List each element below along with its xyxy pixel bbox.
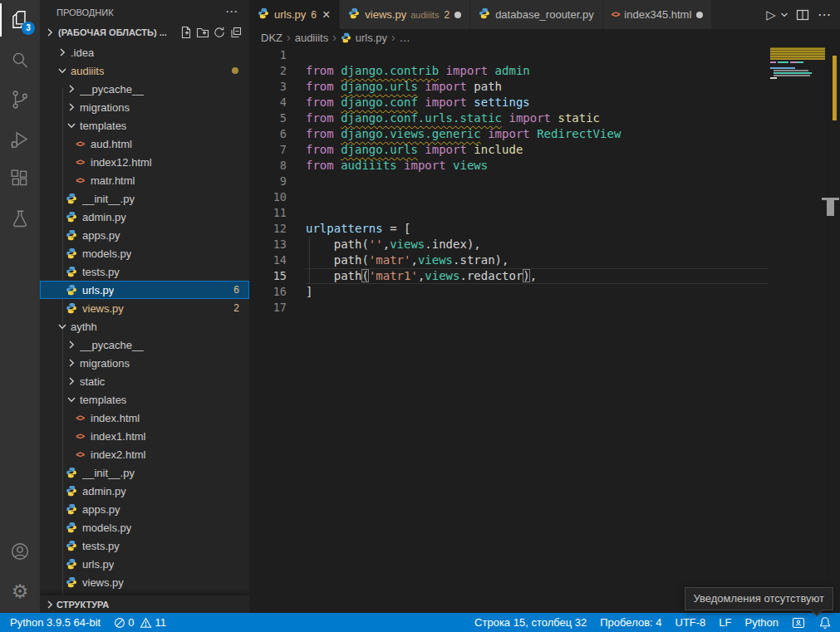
tab-problems-badge: 2 [444,9,449,21]
tab-urls-py[interactable]: urls.py 6 × [249,0,340,29]
warnings-count: 11 [155,616,166,629]
tree-item-folder-migrations[interactable]: migrations [40,98,249,116]
tree-item-folder-idea[interactable]: .idea [40,43,249,61]
tab-index345-html[interactable]: <> index345.html [603,0,713,29]
collapse-all-icon[interactable] [228,24,244,41]
tree-item-folder-migrations[interactable]: migrations [40,354,249,372]
feedback-icon[interactable] [785,613,812,632]
html-file-icon: <> [73,158,86,167]
split-editor-icon[interactable] [793,4,812,26]
minimap[interactable] [770,47,825,100]
breadcrumb-separator: › [287,31,291,44]
scrollbar-thumb[interactable] [827,200,834,216]
html-file-icon: <> [73,176,86,185]
tree-item-file-models-py[interactable]: models.py [40,518,249,536]
eol-status[interactable]: LF [712,613,738,632]
code-line: urlpatterns = [ [306,221,769,237]
encoding-status[interactable]: UTF-8 [669,613,713,632]
code-line: from django.urls import path [306,79,769,95]
run-debug-icon[interactable] [0,120,40,159]
tree-item-file-matr-html[interactable]: <> matr.html [40,171,249,189]
chevron-icon [65,100,78,114]
python-interpreter-status[interactable]: Python 3.9.5 64-bit [3,613,107,632]
breadcrumb-item[interactable]: DKZ [261,32,282,44]
overview-ruler-warning-marker [833,56,837,120]
new-file-icon[interactable] [178,24,194,41]
unsaved-dot-icon[interactable] [696,12,703,18]
python-file-icon [348,7,360,22]
outline-label: СТРУКТУРА [56,600,109,610]
tree-item-file-index1-html[interactable]: <> index1.html [40,427,249,445]
editor-group: urls.py 6 × views.py audiiits 2 database… [249,0,840,613]
python-file-icon [65,576,78,588]
tree-item-file-apps-py[interactable]: apps.py [40,500,249,518]
refresh-icon[interactable] [211,24,228,41]
language-mode-status[interactable]: Python [739,613,785,632]
workspace-label: (РАБОЧАЯ ОБЛАСТЬ) ... [58,27,167,37]
tree-item-file-models-py[interactable]: models.py [40,244,249,262]
more-actions-icon[interactable]: ⋯ [815,4,833,26]
workspace-section-header[interactable]: (РАБОЧАЯ ОБЛАСТЬ) ... [40,23,249,42]
chevron-icon [56,46,69,59]
tree-item-file-tests-py[interactable]: tests.py [40,262,249,281]
tree-item-file-index12-html[interactable]: <> index12.html [40,153,249,171]
tree-item-folder-static[interactable]: static [40,372,249,390]
tree-item-file-index-html[interactable]: <> index.html [40,409,249,427]
breadcrumb-item[interactable]: audiiits [295,32,328,44]
tree-item-folder-audiiits[interactable]: audiiits [40,61,249,80]
chevron-icon [56,64,69,77]
breadcrumb-item[interactable]: urls.py [356,32,387,44]
activity-bar: 3 ⚙ [0,0,40,613]
chevron-icon [65,119,78,132]
code-line [306,47,769,63]
code-lines: from django.contrib import admin from dj… [306,47,769,316]
code-editor[interactable]: 12 34 56 78 910 1112 1314 1516 17 from d… [249,46,840,613]
file-tree: DKZ .idea audiiits __pycache__ migration… [40,33,249,600]
tree-item-file-admin-py[interactable]: admin.py [40,482,249,500]
python-file-icon [65,229,78,241]
tree-item-file-init-py[interactable]: __init__.py [40,189,249,208]
minimap-warning-block [770,47,825,60]
indentation-status[interactable]: Пробелов: 4 [593,613,668,632]
overview-ruler[interactable] [828,46,840,613]
code-line [306,189,769,205]
warnings-icon [140,617,152,629]
tab-views-py[interactable]: views.py audiiits 2 [340,0,470,29]
tree-item-folder-pycache[interactable]: __pycache__ [40,336,249,354]
tab-database-roouter-py[interactable]: database_roouter.py [470,0,603,29]
unsaved-dot-icon[interactable] [454,12,461,18]
account-icon[interactable] [0,532,40,571]
source-control-icon[interactable] [0,80,40,120]
tree-item-file-admin-py[interactable]: admin.py [40,208,249,226]
python-file-icon [65,503,78,515]
python-file-icon [65,485,78,497]
tree-item-folder-aythh[interactable]: aythh [40,317,249,336]
testing-icon[interactable] [0,199,40,239]
settings-gear-icon[interactable]: ⚙ [0,571,40,611]
search-icon[interactable] [0,40,40,80]
explorer-icon[interactable]: 3 [0,0,40,40]
tree-item-file-views-py[interactable]: views.py 2 [40,299,249,317]
tree-item-folder-templates[interactable]: templates [40,390,249,409]
tree-item-file-urls-py[interactable]: urls.py [40,555,249,573]
tree-item-folder-pycache[interactable]: __pycache__ [40,80,249,98]
extensions-icon[interactable] [0,159,40,199]
tree-item-file-apps-py[interactable]: apps.py [40,226,249,244]
new-folder-icon[interactable] [194,24,211,41]
outline-section-header[interactable]: СТРУКТУРА [40,595,249,613]
close-icon[interactable]: × [322,9,331,21]
code-line: path('',views.index), [306,237,769,252]
tree-item-file-tests-py[interactable]: tests.py [40,536,249,555]
run-python-file-icon[interactable]: ▷ [762,4,780,26]
explorer-more-actions-icon[interactable]: ⋯ [220,7,243,23]
cursor-position-status[interactable]: Строка 15, столбец 32 [468,613,593,632]
tree-item-file-views-py[interactable]: views.py [40,573,249,591]
tree-item-file-index2-html[interactable]: <> index2.html [40,445,249,463]
tree-item-folder-templates[interactable]: templates [40,116,249,135]
run-dropdown-chevron-icon[interactable] [779,4,790,26]
tree-item-file-init-py[interactable]: __init__.py [40,463,249,482]
tree-item-file-urls-py-selected[interactable]: urls.py 6 [40,281,249,299]
breadcrumb-symbol-tail[interactable]: … [400,32,410,44]
problems-status[interactable]: 0 11 [107,613,173,632]
tree-item-file-aud-html[interactable]: <> aud.html [40,135,249,153]
